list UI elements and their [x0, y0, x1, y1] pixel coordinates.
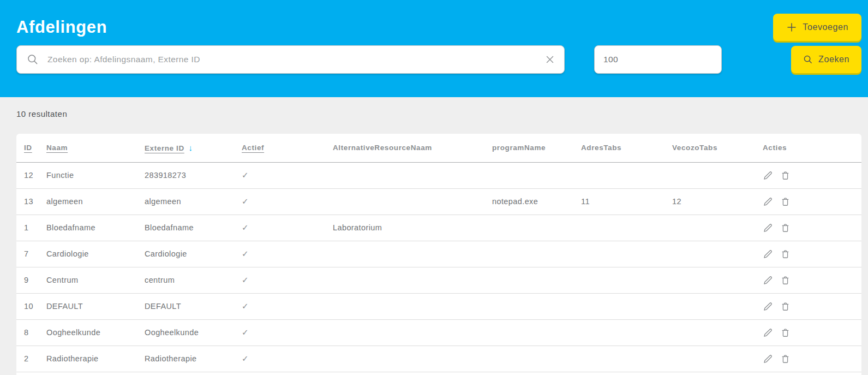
cell-adres_tabs: 11: [573, 188, 665, 215]
cell-id: 13: [16, 188, 39, 215]
active-check-icon: ✓: [242, 275, 249, 284]
delete-button[interactable]: [780, 197, 791, 207]
departments-table: IDNaamExterne ID ↓ActiefAlternativeResou…: [16, 134, 861, 372]
plus-icon: [786, 22, 797, 33]
cell-id: 8: [16, 319, 39, 346]
cell-actief: ✓: [234, 162, 325, 188]
cell-naam: Functie: [39, 162, 137, 188]
column-header-adres_tabs: AdresTabs: [573, 134, 665, 162]
trash-icon: [780, 249, 791, 259]
pencil-icon: [763, 328, 773, 338]
cell-vecozo_tabs: [665, 319, 755, 346]
edit-button[interactable]: [763, 275, 773, 285]
cell-vecozo_tabs: [665, 293, 755, 319]
edit-button[interactable]: [763, 223, 773, 233]
cell-adres_tabs: [573, 293, 665, 319]
delete-button[interactable]: [780, 301, 791, 312]
add-button[interactable]: Toevoegen: [773, 14, 861, 41]
cell-acties: [755, 215, 861, 241]
pencil-icon: [763, 223, 773, 233]
cell-program_name: [484, 241, 573, 267]
edit-button[interactable]: [763, 301, 773, 312]
search-button-icon: [803, 55, 813, 64]
row-actions: [763, 241, 861, 267]
cell-alternative_resource_naam: [325, 162, 484, 188]
cell-vecozo_tabs: [665, 162, 755, 188]
cell-vecozo_tabs: [665, 215, 755, 241]
cell-alternative_resource_naam: [325, 319, 484, 346]
table-row: 9Centrumcentrum✓: [16, 267, 861, 293]
trash-icon: [780, 197, 791, 207]
search-button[interactable]: Zoeken: [791, 46, 861, 73]
active-check-icon: ✓: [242, 170, 249, 180]
cell-naam: Centrum: [39, 267, 137, 293]
limit-input[interactable]: [594, 45, 722, 74]
column-header-id[interactable]: ID: [16, 134, 39, 162]
cell-acties: [755, 267, 861, 293]
cell-adres_tabs: [573, 215, 665, 241]
trash-icon: [780, 328, 791, 338]
cell-acties: [755, 188, 861, 215]
pencil-icon: [763, 301, 773, 312]
cell-naam: Cardiologie: [39, 241, 137, 267]
cell-id: 12: [16, 162, 39, 188]
pencil-icon: [763, 197, 773, 207]
cell-adres_tabs: [573, 346, 665, 372]
row-actions: [763, 215, 861, 241]
cell-actief: ✓: [234, 241, 325, 267]
column-header-program_name: programName: [484, 134, 573, 162]
edit-button[interactable]: [763, 197, 773, 207]
column-header-externe_id[interactable]: Externe ID ↓: [137, 134, 234, 162]
delete-button[interactable]: [780, 170, 791, 181]
cell-externe_id: centrum: [137, 267, 234, 293]
row-actions: [763, 346, 861, 372]
cell-naam: Radiotherapie: [39, 346, 137, 372]
cell-program_name: [484, 215, 573, 241]
delete-button[interactable]: [780, 223, 791, 233]
page-title: Afdelingen: [16, 17, 107, 37]
row-actions: [763, 267, 861, 293]
delete-button[interactable]: [780, 328, 791, 338]
edit-button[interactable]: [763, 249, 773, 259]
active-check-icon: ✓: [242, 328, 249, 337]
title-row: Afdelingen Toevoegen: [16, 0, 861, 41]
cell-acties: [755, 346, 861, 372]
delete-button[interactable]: [780, 249, 791, 259]
column-header-actief[interactable]: Actief: [234, 134, 325, 162]
column-label: Acties: [763, 144, 787, 152]
column-header-vecozo_tabs: VecozoTabs: [665, 134, 755, 162]
cell-vecozo_tabs: 12: [665, 188, 755, 215]
results-card: IDNaamExterne ID ↓ActiefAlternativeResou…: [16, 134, 861, 375]
cell-externe_id: DEFAULT: [137, 293, 234, 319]
edit-button[interactable]: [763, 170, 773, 181]
trash-icon: [780, 223, 791, 233]
cell-externe_id: Bloedafname: [137, 215, 234, 241]
pencil-icon: [763, 170, 773, 181]
cell-naam: DEFAULT: [39, 293, 137, 319]
cell-adres_tabs: [573, 241, 665, 267]
cell-naam: Bloedafname: [39, 215, 137, 241]
cell-alternative_resource_naam: [325, 293, 484, 319]
cell-adres_tabs: [573, 267, 665, 293]
pencil-icon: [763, 354, 773, 364]
search-input[interactable]: [39, 46, 544, 73]
clear-search-icon[interactable]: [544, 54, 555, 65]
delete-button[interactable]: [780, 275, 791, 285]
cell-alternative_resource_naam: [325, 188, 484, 215]
table-header-row: IDNaamExterne ID ↓ActiefAlternativeResou…: [16, 134, 861, 162]
table-row: 1BloedafnameBloedafname✓Laboratorium: [16, 215, 861, 241]
search-button-label: Zoeken: [818, 55, 849, 64]
cell-id: 9: [16, 267, 39, 293]
column-label: AlternativeResourceNaam: [333, 144, 432, 152]
edit-button[interactable]: [763, 328, 773, 338]
column-header-naam[interactable]: Naam: [39, 134, 137, 162]
sort-desc-icon: ↓: [186, 143, 193, 152]
cell-actief: ✓: [234, 188, 325, 215]
table-row: 10DEFAULTDEFAULT✓: [16, 293, 861, 319]
edit-button[interactable]: [763, 354, 773, 364]
column-label: Actief: [242, 144, 264, 152]
delete-button[interactable]: [780, 354, 791, 364]
cell-externe_id: Cardiologie: [137, 241, 234, 267]
table-row: 2RadiotherapieRadiotherapie✓: [16, 346, 861, 372]
row-actions: [763, 320, 861, 346]
